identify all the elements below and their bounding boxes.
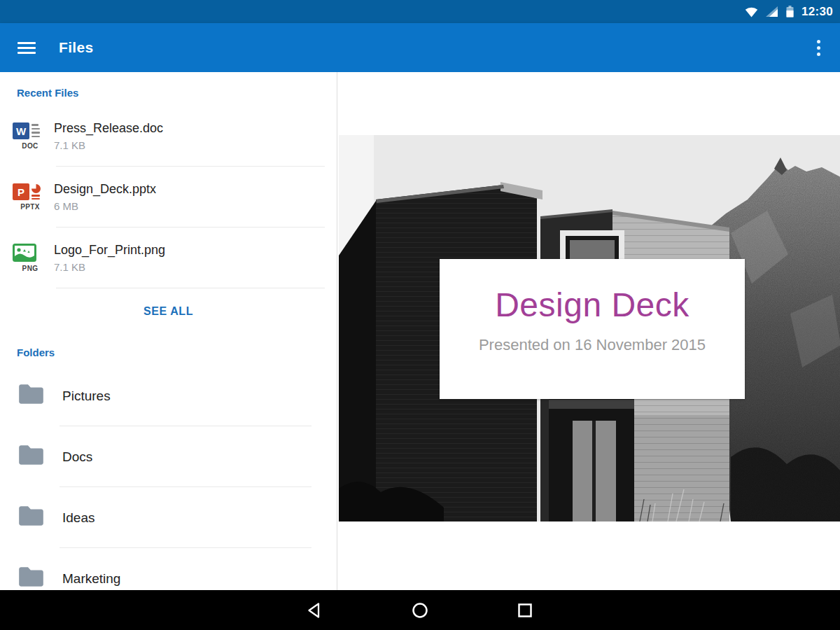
folder-row-ideas[interactable]: Ideas: [0, 487, 337, 548]
file-size: 6 MB: [54, 200, 156, 212]
status-time: 12:30: [802, 5, 833, 19]
folder-icon: [17, 566, 46, 590]
app-title: Files: [59, 39, 93, 56]
slide-preview-photo[interactable]: Design Deck Presented on 16 November 201…: [339, 135, 840, 522]
file-row-logo-for-print[interactable]: PNG Logo_For_Print.png 7.1 KB: [0, 227, 337, 288]
slide-title: Design Deck: [495, 286, 690, 324]
see-all-button[interactable]: SEE ALL: [0, 288, 337, 334]
divider: [56, 288, 325, 288]
recent-files-header: Recent Files: [0, 72, 337, 106]
home-icon[interactable]: [411, 601, 429, 620]
recent-files-section: Recent Files W DOC Press_Release.doc 7.1…: [0, 72, 337, 334]
slide-preview-card[interactable]: Design Deck Presented on 16 November 201…: [440, 259, 745, 399]
file-size: 7.1 KB: [54, 139, 163, 151]
file-type-label: PPTX: [13, 203, 48, 211]
word-doc-icon: W: [13, 122, 40, 139]
folder-icon: [17, 505, 46, 531]
wifi-icon: [745, 6, 758, 18]
app-bar: Files: [0, 23, 840, 72]
file-row-press-release[interactable]: W DOC Press_Release.doc 7.1 KB: [0, 106, 337, 167]
folder-row-pictures[interactable]: Pictures: [0, 365, 337, 426]
file-type-label: PNG: [13, 265, 48, 272]
slide-subtitle: Presented on 16 November 2015: [479, 336, 706, 354]
folders-header: Folders: [0, 334, 337, 365]
file-name: Logo_For_Print.png: [54, 243, 165, 258]
file-type-label: DOC: [13, 142, 48, 150]
folder-row-docs[interactable]: Docs: [0, 426, 337, 487]
folder-row-marketing[interactable]: Marketing: [0, 548, 337, 590]
file-list-panel: Recent Files W DOC Press_Release.doc 7.1…: [0, 72, 337, 590]
recents-icon[interactable]: [516, 601, 534, 620]
folder-name: Marketing: [62, 571, 120, 587]
battery-icon: [786, 6, 794, 18]
overflow-menu-icon[interactable]: [812, 33, 825, 62]
file-size: 7.1 KB: [54, 261, 165, 273]
file-name: Press_Release.doc: [54, 121, 163, 136]
image-png-icon: [13, 244, 36, 262]
status-bar: 12:30: [0, 0, 840, 23]
android-nav-bar: [0, 590, 840, 630]
content-area: Recent Files W DOC Press_Release.doc 7.1…: [0, 72, 840, 590]
folder-icon: [17, 444, 46, 470]
preview-panel: Design Deck Presented on 16 November 201…: [337, 72, 840, 590]
folder-name: Ideas: [62, 510, 94, 526]
hamburger-icon[interactable]: [18, 39, 36, 57]
file-row-design-deck[interactable]: P PPTX Design_Deck.pptx 6 MB: [0, 167, 337, 227]
file-name: Design_Deck.pptx: [54, 182, 156, 197]
back-icon[interactable]: [306, 601, 324, 620]
folder-name: Pictures: [62, 388, 111, 404]
powerpoint-icon: P: [13, 183, 41, 200]
folder-icon: [17, 383, 46, 409]
folders-section: Folders Pictures Docs Ideas: [0, 334, 337, 590]
folder-name: Docs: [62, 449, 92, 465]
signal-icon: [766, 6, 778, 17]
